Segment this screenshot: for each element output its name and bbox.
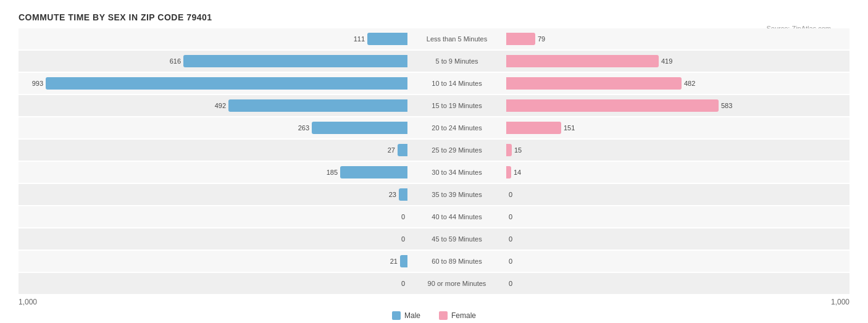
legend-male: Male [392,311,420,320]
male-bar [228,99,407,112]
female-value: 151 [561,124,583,132]
male-value: 185 [319,169,340,176]
male-bar [367,33,407,45]
male-bar [183,55,407,67]
male-value: 616 [162,57,183,65]
row-label: 30 to 34 Minutes [407,169,506,176]
female-value: 419 [659,57,680,65]
row-label: 60 to 89 Minutes [407,258,506,265]
male-value: 0 [386,213,407,220]
female-value: 482 [682,80,703,87]
bar-row: 2335 to 39 Minutes0 [19,184,849,205]
chart-title: COMMUTE TIME BY SEX IN ZIP CODE 79401 [19,12,849,22]
female-value: 0 [506,235,528,243]
bar-row: 49215 to 19 Minutes583 [19,95,849,116]
bar-row: 2160 to 89 Minutes0 [19,251,849,272]
male-value: 111 [346,35,367,43]
female-bar [506,77,682,90]
female-value: 15 [512,146,533,154]
female-bar [506,99,719,112]
row-label: 35 to 39 Minutes [407,191,506,198]
row-label: 90 or more Minutes [407,280,506,287]
male-value: 0 [386,280,407,287]
bar-row: 111Less than 5 Minutes79 [19,28,849,49]
legend-female-icon [439,311,448,320]
male-value: 21 [378,258,400,265]
bar-row: 18530 to 34 Minutes14 [19,162,849,183]
female-bar [506,122,561,134]
male-value: 263 [290,124,312,132]
male-bar [46,77,407,90]
row-label: Less than 5 Minutes [407,35,506,43]
row-label: 15 to 19 Minutes [407,102,506,109]
bar-row: 090 or more Minutes0 [19,273,849,294]
female-value: 0 [506,191,528,198]
row-label: 20 to 24 Minutes [407,124,506,132]
row-label: 10 to 14 Minutes [407,80,506,87]
bar-row: 99310 to 14 Minutes482 [19,73,849,94]
axis-left-label: 1,000 [19,298,37,306]
female-bar [506,166,511,178]
female-bar [506,33,535,45]
male-value: 0 [386,235,407,243]
male-value: 27 [376,146,398,154]
female-value: 79 [535,35,557,43]
male-bar [399,188,407,201]
row-label: 25 to 29 Minutes [407,146,506,154]
male-value: 492 [207,102,228,109]
bar-row: 26320 to 24 Minutes151 [19,117,849,138]
female-value: 14 [511,169,533,176]
male-bar [398,144,407,156]
male-value: 993 [24,80,46,87]
female-value: 583 [719,102,740,109]
axis-right-label: 1,000 [831,298,849,306]
female-bar [506,144,512,156]
male-bar [400,255,407,267]
bar-row: 040 to 44 Minutes0 [19,206,849,227]
legend-male-icon [392,311,401,320]
male-value: 23 [377,191,399,198]
female-value: 0 [506,213,528,220]
row-label: 5 to 9 Minutes [407,57,506,65]
bar-row: 6165 to 9 Minutes419 [19,51,849,72]
row-label: 40 to 44 Minutes [407,213,506,220]
bar-row: 2725 to 29 Minutes15 [19,140,849,161]
legend-female: Female [439,311,476,320]
female-value: 0 [506,280,528,287]
legend-female-label: Female [451,311,476,320]
female-value: 0 [506,258,528,265]
legend-male-label: Male [404,311,420,320]
female-bar [506,55,659,67]
row-label: 45 to 59 Minutes [407,235,506,243]
male-bar [340,166,407,178]
chart-container: 111Less than 5 Minutes796165 to 9 Minute… [19,28,849,294]
male-bar [312,122,407,134]
bar-row: 045 to 59 Minutes0 [19,229,849,250]
